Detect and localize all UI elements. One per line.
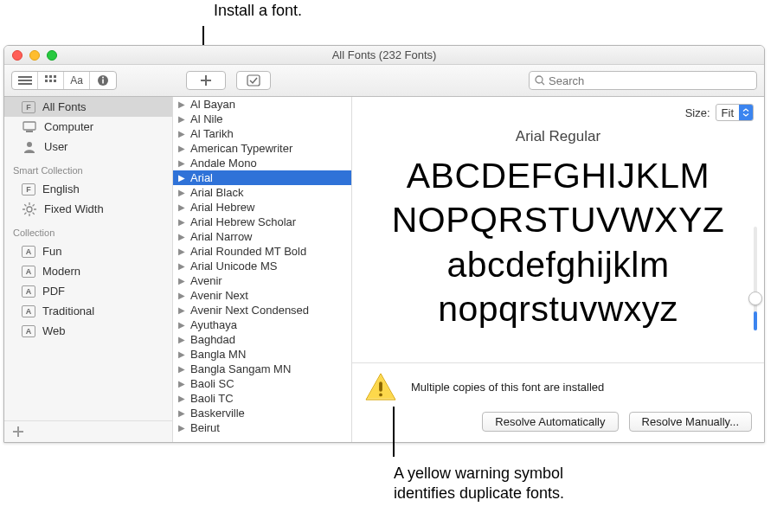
font-item[interactable]: ▶Al Bayan	[173, 97, 351, 112]
font-name: Al Tarikh	[190, 127, 234, 140]
font-item[interactable]: ▶Ayuthaya	[173, 317, 351, 332]
preview-sample: ABCDEFGHIJKLM NOPQRSTUVWXYZ abcdefghijkl…	[352, 145, 764, 362]
sidebar-item-fixed-width[interactable]: Fixed Width	[4, 199, 172, 219]
font-item[interactable]: ▶Arial Hebrew	[173, 200, 351, 215]
warning-bar: Multiple copies of this font are install…	[352, 362, 764, 442]
font-item[interactable]: ▶Arial	[173, 170, 351, 185]
font-item[interactable]: ▶Andale Mono	[173, 156, 351, 170]
sample-view-button[interactable]: Aa	[64, 72, 90, 89]
font-item[interactable]: ▶Baoli SC	[173, 376, 351, 391]
sidebar-item-web[interactable]: AWeb	[4, 321, 172, 341]
sidebar-item-user[interactable]: User	[4, 137, 172, 157]
font-item[interactable]: ▶Arial Unicode MS	[173, 259, 351, 273]
sample-line: nopqrstuvwxyz	[364, 287, 752, 331]
font-name: Arial Black	[190, 186, 243, 199]
disclosure-triangle-icon[interactable]: ▶	[178, 173, 187, 183]
font-item[interactable]: ▶Al Nile	[173, 112, 351, 126]
sidebar: FAll FontsComputerUser Smart Collection …	[4, 97, 173, 442]
font-name: Arial Rounded MT Bold	[190, 245, 306, 258]
disclosure-triangle-icon[interactable]: ▶	[178, 247, 187, 256]
collection-header: Collection	[4, 219, 172, 241]
disclosure-triangle-icon[interactable]: ▶	[178, 276, 187, 285]
disclosure-triangle-icon[interactable]: ▶	[178, 129, 187, 138]
disclosure-triangle-icon[interactable]: ▶	[178, 408, 187, 418]
disclosure-triangle-icon[interactable]: ▶	[178, 379, 187, 388]
svg-rect-4	[49, 75, 52, 78]
add-collection-button[interactable]	[4, 420, 172, 442]
font-item[interactable]: ▶Baghdad	[173, 332, 351, 347]
resolve-automatically-button[interactable]: Resolve Automatically	[482, 412, 618, 432]
sample-line: abcdefghijklm	[364, 243, 752, 287]
sidebar-item-pdf[interactable]: APDF	[4, 281, 172, 301]
preview-pane: Size: Fit Arial Regular ABCDEFGHIJKLM NO…	[352, 97, 764, 442]
font-item[interactable]: ▶Baoli TC	[173, 391, 351, 406]
svg-rect-2	[18, 83, 32, 85]
font-name: Arial Hebrew	[190, 201, 254, 214]
add-font-button[interactable]	[186, 71, 226, 90]
grid-view-button[interactable]	[38, 72, 64, 89]
info-view-button[interactable]	[90, 72, 116, 89]
disclosure-triangle-icon[interactable]: ▶	[178, 202, 187, 212]
font-item[interactable]: ▶Avenir Next Condensed	[173, 303, 351, 317]
disclosure-triangle-icon[interactable]: ▶	[178, 217, 187, 227]
disclosure-triangle-icon[interactable]: ▶	[178, 144, 187, 153]
sidebar-item-fun[interactable]: AFun	[4, 241, 172, 261]
disclosure-triangle-icon[interactable]: ▶	[178, 349, 187, 359]
sidebar-item-all-fonts[interactable]: FAll Fonts	[4, 97, 172, 117]
disclosure-triangle-icon[interactable]: ▶	[178, 320, 187, 330]
sidebar-item-traditional[interactable]: ATraditional	[4, 301, 172, 321]
disclosure-triangle-icon[interactable]: ▶	[178, 114, 187, 124]
font-item[interactable]: ▶Arial Rounded MT Bold	[173, 244, 351, 259]
sidebar-item-label: English	[42, 183, 80, 195]
search-field[interactable]	[529, 71, 757, 90]
view-mode-group: Aa	[11, 71, 117, 90]
font-list[interactable]: ▶Al Bayan▶Al Nile▶Al Tarikh▶American Typ…	[173, 97, 352, 442]
close-button[interactable]	[12, 50, 22, 61]
font-item[interactable]: ▶Arial Narrow	[173, 229, 351, 244]
sidebar-item-modern[interactable]: AModern	[4, 261, 172, 281]
minimize-button[interactable]	[29, 50, 40, 61]
sidebar-item-english[interactable]: FEnglish	[4, 179, 172, 199]
font-name: Al Nile	[190, 112, 223, 125]
validate-font-button[interactable]	[236, 71, 271, 90]
annotation-install-font: Install a font.	[214, 2, 302, 20]
size-slider-knob[interactable]	[748, 292, 762, 305]
disclosure-triangle-icon[interactable]: ▶	[178, 158, 187, 168]
disclosure-triangle-icon[interactable]: ▶	[178, 99, 187, 109]
svg-rect-7	[49, 80, 52, 82]
sidebar-toggle-button[interactable]	[12, 72, 38, 89]
font-name: Arial Unicode MS	[190, 260, 277, 272]
svg-line-27	[24, 212, 26, 214]
svg-rect-10	[102, 80, 104, 84]
size-select[interactable]: Fit	[716, 104, 754, 121]
font-item[interactable]: ▶Al Tarikh	[173, 126, 351, 141]
sidebar-item-computer[interactable]: Computer	[4, 117, 172, 137]
resolve-manually-button[interactable]: Resolve Manually...	[629, 412, 752, 432]
disclosure-triangle-icon[interactable]: ▶	[178, 232, 187, 241]
sidebar-item-label: PDF	[42, 285, 65, 298]
sidebar-item-label: Traditional	[42, 304, 94, 317]
font-item[interactable]: ▶American Typewriter	[173, 141, 351, 156]
zoom-button[interactable]	[47, 50, 57, 61]
font-item[interactable]: ▶Avenir Next	[173, 288, 351, 303]
disclosure-triangle-icon[interactable]: ▶	[178, 291, 187, 300]
font-item[interactable]: ▶Avenir	[173, 273, 351, 288]
disclosure-triangle-icon[interactable]: ▶	[178, 394, 187, 403]
disclosure-triangle-icon[interactable]: ▶	[178, 261, 187, 271]
font-item[interactable]: ▶Arial Hebrew Scholar	[173, 215, 351, 229]
disclosure-triangle-icon[interactable]: ▶	[178, 364, 187, 374]
font-item[interactable]: ▶Bangla Sangam MN	[173, 362, 351, 376]
disclosure-triangle-icon[interactable]: ▶	[178, 335, 187, 344]
disclosure-triangle-icon[interactable]: ▶	[178, 305, 187, 315]
font-item[interactable]: ▶Baskerville	[173, 406, 351, 420]
font-item[interactable]: ▶Beirut	[173, 420, 351, 435]
sidebar-item-label: All Fonts	[42, 100, 87, 113]
disclosure-triangle-icon[interactable]: ▶	[178, 188, 187, 197]
font-name: Avenir Next	[190, 289, 248, 302]
font-name: Ayuthaya	[190, 318, 237, 331]
svg-rect-6	[45, 80, 48, 82]
disclosure-triangle-icon[interactable]: ▶	[178, 423, 187, 433]
font-item[interactable]: ▶Bangla MN	[173, 347, 351, 362]
font-item[interactable]: ▶Arial Black	[173, 185, 351, 200]
search-input[interactable]	[549, 74, 751, 87]
